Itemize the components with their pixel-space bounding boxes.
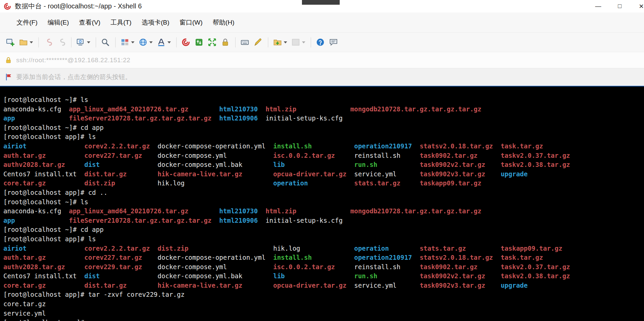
dropdown-caret-icon	[149, 41, 153, 43]
terminal-output[interactable]: [root@localhost ~]# lsanaconda-ks.cfg ap…	[0, 86, 644, 321]
flag-icon	[5, 73, 13, 81]
xftp-button[interactable]	[193, 36, 205, 48]
lock-button[interactable]	[219, 36, 232, 48]
new-session-button[interactable]	[4, 36, 17, 48]
terminal-line: [root@localhost app]# ls	[3, 132, 644, 142]
new-folder-button[interactable]	[271, 36, 289, 48]
window-title: 数据中台 - root@localhost:~/app - Xshell 6	[15, 2, 142, 11]
toolbar-separator	[38, 37, 39, 47]
dropdown-caret-icon	[87, 41, 90, 43]
minimize-button[interactable]: —	[587, 0, 609, 12]
virtual-keyboard-button[interactable]	[239, 36, 251, 48]
window-layout-icon	[291, 38, 300, 47]
quick-command-button[interactable]	[252, 36, 264, 48]
terminal-line: [root@localhost app]# cd ..	[3, 188, 644, 198]
window-controls: — □ ✕	[587, 0, 644, 12]
search-icon	[101, 38, 110, 47]
help-icon	[316, 38, 325, 47]
lock-icon	[221, 38, 230, 47]
xshell-icon	[181, 38, 190, 47]
disconnect-icon	[57, 38, 66, 47]
xshell-button[interactable]	[180, 36, 192, 48]
terminal-line: [root@localhost app]#	[3, 318, 644, 321]
open-session-button[interactable]	[17, 36, 35, 48]
info-bar: 要添加当前会话，点击左侧的箭头按钮。	[0, 68, 644, 86]
window-layout-button[interactable]	[289, 36, 307, 48]
address-bar[interactable]: ssh://root:********@192.168.22.151:22	[0, 52, 644, 68]
xftp-icon	[194, 38, 204, 47]
refresh-session-button[interactable]	[74, 36, 92, 48]
refresh-session-icon	[76, 38, 85, 47]
keyboard-icon	[240, 38, 249, 47]
fullscreen-icon	[208, 38, 217, 47]
terminal-line: app fileServer210728.tar.gz.tar.gz.tar.g…	[3, 216, 644, 225]
menu-help[interactable]: 帮助(H)	[208, 15, 239, 30]
tile-layout-icon	[120, 38, 129, 47]
info-message: 要添加当前会话，点击左侧的箭头按钮。	[16, 73, 131, 81]
dropdown-caret-icon	[284, 41, 287, 43]
menu-bar: 文件(F) 编辑(E) 查看(V) 工具(T) 选项卡(B) 窗口(W) 帮助(…	[0, 12, 644, 33]
menu-file[interactable]: 文件(F)	[11, 15, 42, 30]
fullscreen-button[interactable]	[206, 36, 218, 48]
toolbar-separator	[268, 37, 268, 47]
terminal-line: Centos7 install.txt dist docker-compose.…	[3, 272, 644, 281]
xshell-window: 数据中台 - root@localhost:~/app - Xshell 6 —…	[0, 0, 644, 321]
terminal-line: airiot corev2.2.2.tar.gz dist.zip hik.lo…	[3, 244, 644, 253]
chat-bubble-icon	[329, 38, 338, 47]
toolbar-separator	[311, 37, 311, 47]
terminal-line: [root@localhost ~]# cd app	[3, 225, 644, 235]
terminal-line: auth.tar.gz corev227.tar.gz docker-compo…	[3, 151, 644, 160]
terminal-line: Centos7 install.txt dist.tar.gz hik-came…	[3, 170, 644, 179]
help-button[interactable]	[314, 36, 327, 48]
padlock-icon	[5, 57, 12, 64]
disconnect-button[interactable]	[55, 36, 67, 48]
menu-window[interactable]: 窗口(W)	[175, 15, 208, 30]
menu-tools[interactable]: 工具(T)	[105, 15, 136, 30]
terminal-line: [root@localhost ~]# cd app	[3, 123, 644, 133]
open-folder-icon	[19, 38, 28, 47]
toolbar-separator	[235, 37, 236, 47]
dropdown-caret-icon	[167, 41, 171, 43]
ssh-address[interactable]: ssh://root:********@192.168.22.151:22	[16, 57, 130, 64]
toolbar	[0, 33, 644, 52]
dropdown-caret-icon	[30, 41, 33, 43]
tile-layout-button[interactable]	[119, 36, 136, 48]
toolbar-separator	[96, 37, 96, 47]
terminal-line: [root@localhost app]# tar -zxvf corev229…	[3, 290, 644, 299]
terminal-line: authv2028.tar.gz dist docker-compose.yml…	[3, 160, 644, 170]
terminal-line: app fileServer210728.tar.gz.tar.gz.tar.g…	[3, 114, 644, 123]
terminal-line: anaconda-ks.cfg app_linux_amd64_20210726…	[3, 207, 644, 216]
close-button[interactable]: ✕	[631, 0, 644, 12]
dropdown-caret-icon	[131, 41, 134, 43]
terminal-line: auth.tar.gz corev227.tar.gz docker-compo…	[3, 253, 644, 262]
maximize-button[interactable]: □	[609, 0, 631, 12]
menu-tabs[interactable]: 选项卡(B)	[136, 15, 174, 30]
reconnect-button[interactable]	[42, 36, 54, 48]
terminal-line: [root@localhost app]# ls	[3, 235, 644, 244]
toolbar-separator	[176, 37, 177, 47]
menu-view[interactable]: 查看(V)	[74, 15, 105, 30]
web-browser-button[interactable]	[137, 36, 154, 48]
find-button[interactable]	[99, 36, 112, 48]
terminal-line: authv2028.tar.gz corev229.tar.gz docker-…	[3, 262, 644, 272]
menu-edit[interactable]: 编辑(E)	[42, 15, 74, 30]
toolbar-separator	[115, 37, 116, 47]
new-session-icon	[6, 38, 15, 47]
pen-icon	[253, 38, 263, 47]
terminal-line: [root@localhost ~]# ls	[3, 198, 644, 207]
dropdown-caret-icon	[302, 41, 305, 43]
terminal-line: service.yml	[3, 309, 644, 318]
terminal-line: core.tar.gz dist.zip hik.log operation s…	[3, 179, 644, 188]
font-icon	[157, 38, 166, 47]
terminal-line: [root@localhost ~]# ls	[3, 95, 644, 105]
toolbar-separator	[71, 37, 71, 47]
folder-plus-icon	[273, 38, 282, 47]
feedback-button[interactable]	[327, 36, 340, 48]
globe-icon	[139, 38, 148, 47]
xshell-logo-icon	[3, 2, 11, 10]
terminal-line: anaconda-ks.cfg app_linux_amd64_20210726…	[3, 105, 644, 114]
font-button[interactable]	[155, 36, 173, 48]
terminal-line: core.tar.gz dist.tar.gz hik-camera-live.…	[3, 281, 644, 290]
terminal-line: airiot corev2.2.2.tar.gz docker-compose-…	[3, 142, 644, 151]
reconnect-icon	[43, 38, 53, 47]
